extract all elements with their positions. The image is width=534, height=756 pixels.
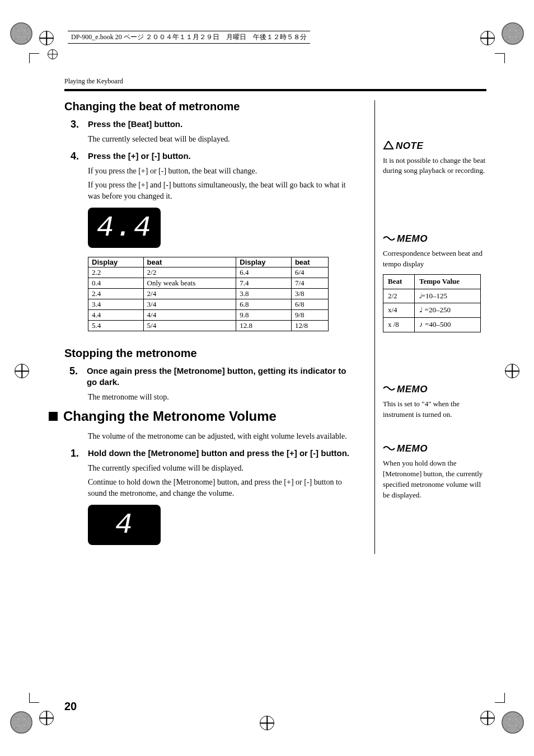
table-cell: 3/4 bbox=[143, 299, 236, 310]
heading-volume-text: Changing the Metronome Volume bbox=[63, 408, 277, 424]
breadcrumb: Playing the Keyboard bbox=[64, 77, 486, 86]
memo-icon bbox=[383, 445, 395, 453]
lcd-value: 4.4 bbox=[96, 212, 152, 245]
col-header: beat bbox=[143, 257, 236, 267]
step-number: 3. bbox=[64, 119, 79, 130]
col-header: Display bbox=[236, 257, 292, 267]
col-header: Beat bbox=[383, 274, 415, 289]
step-body: The metronome will stop. bbox=[88, 392, 358, 403]
table-cell: ♩ =20–250 bbox=[414, 303, 480, 318]
framemaker-header: DP-900_e.book 20 ページ ２００４年１１月２９日 月曜日 午後１… bbox=[68, 31, 310, 44]
table-row: 2.22/26.46/4 bbox=[88, 267, 329, 278]
col-header: Display bbox=[88, 257, 144, 267]
memo-label-text: MEMO bbox=[397, 383, 428, 397]
print-mark-icon bbox=[10, 22, 32, 45]
beat-table: Display beat Display beat 2.22/26.46/40.… bbox=[88, 257, 329, 331]
table-row: 0.4Only weak beats7.47/4 bbox=[88, 278, 329, 289]
page-number: 20 bbox=[64, 700, 77, 713]
step-number: 1. bbox=[64, 448, 79, 459]
lcd-display: 4.4 bbox=[88, 208, 161, 248]
table-cell: 7/4 bbox=[291, 278, 328, 289]
step-title: Once again press the [Metronome] button,… bbox=[87, 365, 358, 388]
step-title: Press the [Beat] button. bbox=[88, 119, 182, 130]
memo-icon bbox=[383, 236, 395, 243]
memo-icon bbox=[383, 386, 395, 393]
table-cell: 4.4 bbox=[88, 310, 144, 321]
table-cell: 3/8 bbox=[291, 289, 328, 299]
table-cell: 𝅗𝅥 =10–125 bbox=[414, 289, 480, 303]
step-number: 4. bbox=[64, 151, 79, 162]
heading-changing-beat: Changing the beat of metronome bbox=[64, 100, 358, 113]
step-body: If you press the [+] or [-] button, the … bbox=[88, 166, 358, 177]
divider bbox=[64, 89, 486, 91]
table-cell: 5.4 bbox=[88, 321, 144, 331]
tempo-table: Beat Tempo Value 2/2𝅗𝅥 =10–125x/4♩ =20–2… bbox=[383, 274, 481, 332]
table-cell: 6.8 bbox=[236, 299, 292, 310]
table-cell: 6.4 bbox=[236, 267, 292, 278]
table-cell: 2.2 bbox=[88, 267, 144, 278]
table-cell: ♪ =40–500 bbox=[414, 318, 480, 332]
table-cell: 2.4 bbox=[88, 289, 144, 299]
registration-mark-icon bbox=[505, 364, 519, 378]
table-cell: 6/4 bbox=[291, 267, 328, 278]
table-row: 3.43/46.86/8 bbox=[88, 299, 329, 310]
memo-label: MEMO bbox=[383, 383, 486, 397]
table-cell: x/4 bbox=[383, 303, 415, 318]
memo-label: MEMO bbox=[383, 232, 486, 246]
table-row: x /8♪ =40–500 bbox=[383, 318, 481, 332]
table-row: 2/2𝅗𝅥 =10–125 bbox=[383, 289, 481, 303]
table-cell: 3.8 bbox=[236, 289, 292, 299]
table-row: 5.45/412.812/8 bbox=[88, 321, 329, 331]
note-text: It is not possible to change the beat du… bbox=[383, 156, 486, 177]
table-cell: Only weak beats bbox=[143, 278, 236, 289]
table-cell: 12.8 bbox=[236, 321, 292, 331]
heading-stopping: Stopping the metronome bbox=[64, 347, 358, 360]
heading-volume: Changing the Metronome Volume bbox=[49, 408, 358, 424]
memo-text: Correspondence between beat and tempo di… bbox=[383, 248, 486, 270]
memo-label-text: MEMO bbox=[397, 442, 428, 456]
note-icon bbox=[383, 141, 394, 151]
print-mark-icon bbox=[502, 711, 524, 734]
lcd-display: 4 bbox=[88, 505, 161, 545]
table-row: 2.42/43.83/8 bbox=[88, 289, 329, 299]
memo-label-text: MEMO bbox=[397, 232, 428, 246]
table-cell: 2/2 bbox=[143, 267, 236, 278]
table-cell: 12/8 bbox=[291, 321, 328, 331]
memo-label: MEMO bbox=[383, 442, 486, 456]
print-mark-icon bbox=[10, 711, 32, 734]
memo-text: This is set to "4" when the instrument i… bbox=[383, 399, 486, 420]
table-cell: x /8 bbox=[383, 318, 415, 332]
registration-mark-icon bbox=[48, 49, 58, 59]
step-title: Press the [+] or [-] button. bbox=[88, 151, 191, 162]
table-cell: 9/8 bbox=[291, 310, 328, 321]
table-cell: 0.4 bbox=[88, 278, 144, 289]
table-cell: 9.8 bbox=[236, 310, 292, 321]
step-body: The currently selected beat will be disp… bbox=[88, 134, 358, 145]
table-cell: 7.4 bbox=[236, 278, 292, 289]
crop-mark-icon bbox=[29, 693, 39, 703]
lcd-value: 4 bbox=[115, 509, 133, 542]
table-row: 4.44/49.89/8 bbox=[88, 310, 329, 321]
table-cell: 4/4 bbox=[143, 310, 236, 321]
table-cell: 2/2 bbox=[383, 289, 415, 303]
crop-mark-icon bbox=[495, 693, 505, 703]
step-body: Continue to hold down the [Metronome] bu… bbox=[88, 477, 358, 500]
section-intro: The volume of the metronome can be adjus… bbox=[88, 431, 358, 442]
step-body: If you press the [+] and [-] buttons sim… bbox=[88, 180, 358, 203]
note-label: NOTE bbox=[383, 139, 486, 153]
table-row: x/4♩ =20–250 bbox=[383, 303, 481, 318]
step-body: The currently specified volume will be d… bbox=[88, 463, 358, 474]
table-cell: 2/4 bbox=[143, 289, 236, 299]
memo-text: When you hold down the [Metronome] butto… bbox=[383, 458, 486, 500]
crop-mark-icon bbox=[495, 53, 505, 63]
note-label-text: NOTE bbox=[396, 139, 423, 153]
col-header: Tempo Value bbox=[414, 274, 480, 289]
registration-mark-icon bbox=[15, 364, 29, 378]
table-cell: 5/4 bbox=[143, 321, 236, 331]
step-title: Hold down the [Metronome] button and pre… bbox=[88, 448, 349, 459]
square-bullet-icon bbox=[49, 412, 58, 421]
step-number: 5. bbox=[64, 365, 78, 388]
col-header: beat bbox=[291, 257, 328, 267]
table-cell: 3.4 bbox=[88, 299, 144, 310]
crop-mark-icon bbox=[29, 53, 39, 63]
